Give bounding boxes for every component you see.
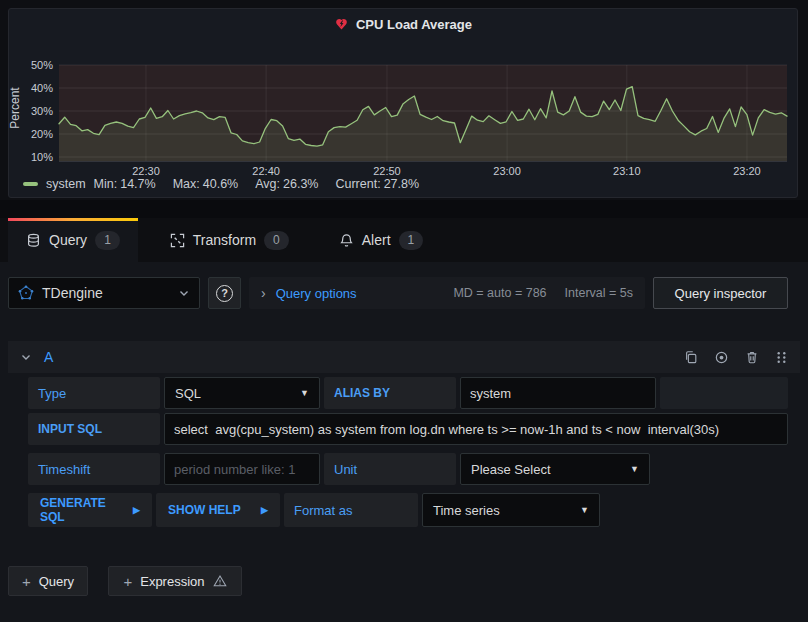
- legend-min-label: Min:: [94, 177, 118, 191]
- delete-query-icon[interactable]: [745, 350, 759, 364]
- transform-icon: [170, 233, 185, 248]
- type-label: Type: [28, 377, 160, 409]
- legend-stats: Min:14.7% Max:40.6% Avg:26.3% Current:27…: [94, 177, 422, 191]
- show-help-button[interactable]: SHOW HELP ▶: [156, 493, 280, 527]
- datasource-name: TDengine: [42, 285, 103, 301]
- tab-query-label: Query: [49, 232, 87, 248]
- query-toolbar: TDengine ? › Query options MD = auto = 7…: [0, 277, 808, 309]
- interval-summary: Interval = 5s: [565, 286, 633, 300]
- alias-by-label: ALIAS BY: [324, 377, 456, 409]
- tab-query-badge: 1: [95, 231, 120, 250]
- caret-down-icon: ▼: [630, 464, 639, 474]
- show-help-label: SHOW HELP: [168, 503, 241, 517]
- query-ref-id: A: [44, 349, 53, 365]
- y-axis-label: Percent: [8, 78, 22, 138]
- svg-text:40%: 40%: [31, 82, 53, 94]
- legend-series-swatch[interactable]: [23, 182, 38, 186]
- alert-heart-break-icon: [334, 17, 349, 32]
- max-data-points-summary: MD = auto = 786: [453, 286, 546, 300]
- alias-by-input[interactable]: [460, 377, 656, 409]
- add-query-button[interactable]: + Query: [8, 566, 88, 596]
- tab-transform[interactable]: Transform 0: [152, 218, 307, 262]
- query-row-actions: [684, 350, 788, 365]
- plus-icon: +: [22, 573, 31, 590]
- query-row-header[interactable]: A: [8, 341, 800, 373]
- tab-transform-label: Transform: [193, 232, 256, 248]
- timeshift-input[interactable]: [164, 453, 320, 485]
- chart-legend: system Min:14.7% Max:40.6% Avg:26.3% Cur…: [23, 177, 422, 191]
- tab-alert-badge: 1: [399, 231, 424, 250]
- arrow-right-icon: ▶: [261, 505, 268, 515]
- query-row-timeshift: Timeshift Unit Please Select ▼: [28, 453, 788, 485]
- editor-tabbar: Query 1 Transform 0 Alert 1: [0, 218, 808, 262]
- graph-panel: CPU Load Average Percent 50%40%30%20%10%…: [8, 8, 798, 198]
- query-inspector-button[interactable]: Query inspector: [653, 277, 788, 309]
- warning-triangle-icon: [213, 574, 227, 588]
- svg-text:23:00: 23:00: [493, 165, 521, 177]
- legend-max-label: Max:: [173, 177, 200, 191]
- input-sql-label: INPUT SQL: [28, 413, 160, 445]
- query-row-format: GENERATE SQL ▶ SHOW HELP ▶ Format as Tim…: [28, 493, 788, 527]
- query-options-bar: › Query options MD = auto = 786 Interval…: [249, 277, 645, 309]
- legend-avg-label: Avg:: [255, 177, 280, 191]
- add-expression-button[interactable]: + Expression: [108, 566, 242, 596]
- generate-sql-button[interactable]: GENERATE SQL ▶: [28, 493, 152, 527]
- timeshift-label: Timeshift: [28, 453, 160, 485]
- panel-header[interactable]: CPU Load Average: [9, 9, 797, 39]
- svg-text:10%: 10%: [31, 151, 53, 163]
- legend-min-value: 14.7%: [120, 177, 155, 191]
- legend-current-value: 27.8%: [384, 177, 419, 191]
- database-icon: [26, 233, 41, 248]
- query-options-toggle[interactable]: Query options: [276, 286, 357, 301]
- arrow-right-icon: ▶: [133, 505, 140, 515]
- legend-max-value: 40.6%: [203, 177, 238, 191]
- type-select-value: SQL: [175, 386, 201, 401]
- tdengine-logo-icon: [18, 285, 34, 301]
- duplicate-query-icon[interactable]: [684, 350, 698, 364]
- query-tab-content: TDengine ? › Query options MD = auto = 7…: [0, 262, 808, 622]
- panel-title: CPU Load Average: [356, 17, 472, 32]
- help-icon: ?: [216, 285, 233, 302]
- chevron-down-icon: [178, 287, 190, 299]
- cpu-load-chart[interactable]: 50%40%30%20%10%22:3022:4022:5023:0023:10…: [23, 53, 789, 179]
- add-query-label: Query: [39, 574, 74, 589]
- svg-text:23:10: 23:10: [613, 165, 641, 177]
- svg-text:22:40: 22:40: [252, 165, 280, 177]
- active-tab-accent: [8, 218, 138, 221]
- format-as-select[interactable]: Time series ▼: [422, 493, 600, 527]
- datasource-picker[interactable]: TDengine: [8, 277, 200, 309]
- legend-series-name[interactable]: system: [46, 177, 86, 191]
- unit-select[interactable]: Please Select ▼: [460, 453, 650, 485]
- editor-divider: [0, 200, 808, 218]
- query-row-input-sql: INPUT SQL: [28, 413, 788, 445]
- tab-alert[interactable]: Alert 1: [321, 218, 441, 262]
- chevron-right-icon: ›: [261, 285, 266, 301]
- plus-icon: +: [123, 573, 132, 590]
- hide-response-icon[interactable]: [714, 350, 729, 365]
- generate-sql-label: GENERATE SQL: [40, 496, 133, 524]
- tab-alert-label: Alert: [362, 232, 391, 248]
- unit-label: Unit: [324, 453, 456, 485]
- format-as-value: Time series: [433, 503, 500, 518]
- datasource-help-button[interactable]: ?: [208, 277, 241, 309]
- svg-text:23:20: 23:20: [733, 165, 761, 177]
- format-as-label: Format as: [284, 493, 418, 527]
- query-options-summary: MD = auto = 786 Interval = 5s: [453, 286, 633, 300]
- input-sql-input[interactable]: [164, 413, 788, 445]
- caret-down-icon: ▼: [580, 505, 589, 515]
- tab-transform-badge: 0: [264, 231, 289, 250]
- type-select[interactable]: SQL ▼: [164, 377, 320, 409]
- svg-text:22:30: 22:30: [132, 165, 160, 177]
- svg-text:30%: 30%: [31, 105, 53, 117]
- collapse-chevron-icon[interactable]: [20, 351, 32, 363]
- bell-icon: [339, 233, 354, 248]
- svg-text:20%: 20%: [31, 128, 53, 140]
- svg-text:50%: 50%: [31, 59, 53, 71]
- legend-avg-value: 26.3%: [283, 177, 318, 191]
- add-expression-label: Expression: [140, 574, 204, 589]
- drag-handle-icon[interactable]: [775, 351, 788, 364]
- svg-text:22:50: 22:50: [373, 165, 401, 177]
- query-row-type: Type SQL ▼ ALIAS BY: [28, 377, 788, 409]
- unit-select-value: Please Select: [471, 462, 551, 477]
- tab-query[interactable]: Query 1: [8, 218, 138, 262]
